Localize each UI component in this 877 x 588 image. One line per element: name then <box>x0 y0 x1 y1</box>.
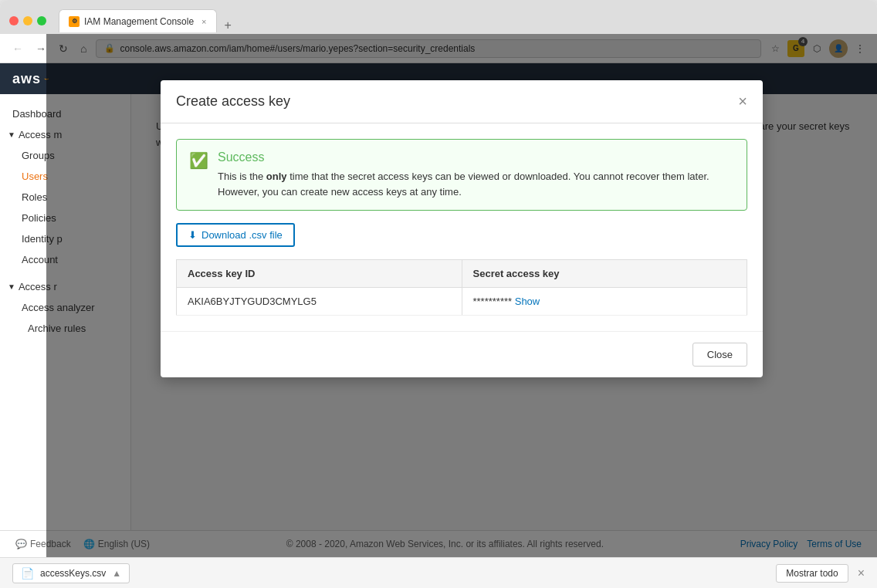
browser-footer: 📄 accessKeys.csv ▲ Mostrar todo × <box>0 557 877 588</box>
access-key-table: Access key ID Secret access key AKIA6BYJ… <box>176 259 747 316</box>
download-csv-button[interactable]: ⬇ Download .csv file <box>176 223 295 247</box>
traffic-lights <box>9 16 46 25</box>
close-modal-button[interactable]: Close <box>692 343 747 367</box>
download-chevron-icon[interactable]: ▲ <box>112 568 121 579</box>
col-access-key-id: Access key ID <box>177 260 462 288</box>
modal-close-button[interactable]: × <box>738 93 747 110</box>
success-body-post: time that the secret access keys can be … <box>218 171 709 198</box>
browser-titlebar: ⚙ IAM Management Console × + <box>0 0 877 34</box>
success-body: This is the only time that the secret ac… <box>218 169 734 199</box>
table-row: AKIA6BYJTYGUD3CMYLG5 ********** Show <box>177 288 747 316</box>
mostrar-todo-button[interactable]: Mostrar todo <box>776 564 848 583</box>
secret-key-masked: ********** <box>473 296 513 307</box>
feedback-icon: 💬 <box>15 539 27 549</box>
secret-key-cell: ********** Show <box>462 288 747 316</box>
download-icon: ⬇ <box>188 229 197 241</box>
arrow-icon2: ▼ <box>8 282 15 291</box>
minimize-window-button[interactable] <box>23 16 32 25</box>
table-header-row: Access key ID Secret access key <box>177 260 747 288</box>
tab-favicon: ⚙ <box>69 16 80 27</box>
aws-logo-text: aws <box>12 71 41 87</box>
back-button[interactable]: ← <box>9 41 26 56</box>
success-alert: ✅ Success This is the only time that the… <box>176 139 747 211</box>
modal-body: ✅ Success This is the only time that the… <box>161 123 763 331</box>
access-key-id-value: AKIA6BYJTYGUD3CMYLG5 <box>177 288 462 316</box>
tab-close-button[interactable]: × <box>201 17 206 26</box>
arrow-icon: ▼ <box>8 130 15 139</box>
maximize-window-button[interactable] <box>37 16 46 25</box>
footer-close-button[interactable]: × <box>858 566 865 580</box>
modal-header: Create access key × <box>161 80 763 123</box>
col-secret-access-key: Secret access key <box>462 260 747 288</box>
close-window-button[interactable] <box>9 16 19 25</box>
modal-title: Create access key <box>176 93 290 110</box>
download-file-item: 📄 accessKeys.csv ▲ <box>12 563 130 583</box>
show-secret-link[interactable]: Show <box>515 296 540 307</box>
success-checkmark-icon: ✅ <box>189 151 208 170</box>
modal-footer: Close <box>161 331 763 377</box>
success-body-pre: This is the <box>218 171 266 182</box>
success-body-bold: only <box>266 171 287 182</box>
modal-overlay[interactable]: Create access key × ✅ Success This is th… <box>46 34 877 557</box>
tab-bar: ⚙ IAM Management Console × + <box>59 9 235 32</box>
active-tab[interactable]: ⚙ IAM Management Console × <box>59 9 217 32</box>
file-icon: 📄 <box>21 567 34 580</box>
success-text: Success This is the only time that the s… <box>218 150 734 199</box>
success-heading: Success <box>218 150 734 164</box>
tab-title: IAM Management Console <box>84 16 194 27</box>
aws-logo: aws ⌣ <box>12 71 49 87</box>
download-filename: accessKeys.csv <box>40 568 106 579</box>
download-btn-label: Download .csv file <box>201 229 283 241</box>
new-tab-button[interactable]: + <box>222 19 235 32</box>
create-access-key-modal: Create access key × ✅ Success This is th… <box>161 80 763 377</box>
